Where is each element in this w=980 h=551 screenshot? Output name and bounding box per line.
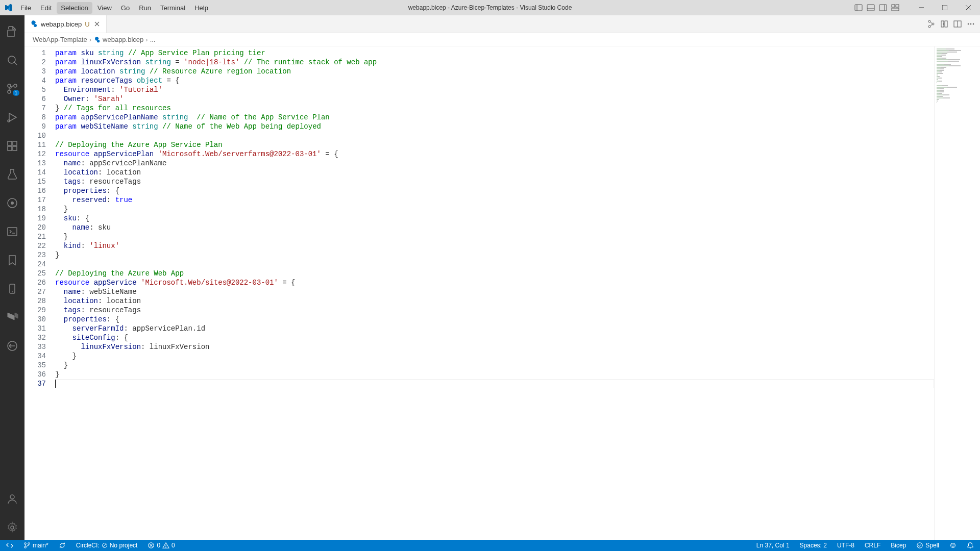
problems-status[interactable]: 0 0 — [145, 540, 177, 551]
code-line[interactable]: Environment: 'Tutorial' — [55, 85, 934, 94]
terminal-activity[interactable] — [0, 219, 24, 244]
window-maximize-button[interactable] — [933, 0, 957, 15]
cursor-position-status[interactable]: Ln 37, Col 1 — [754, 540, 792, 551]
tab-bar: webapp.bicep U — [24, 15, 980, 33]
code-line[interactable]: linuxFxVersion: linuxFxVersion — [55, 342, 934, 352]
code-line[interactable]: } — [55, 205, 934, 214]
code-editor[interactable]: 1234567891011121314151617181920212223242… — [24, 46, 980, 540]
code-line[interactable]: location: location — [55, 296, 934, 306]
code-line[interactable]: kind: 'linux' — [55, 241, 934, 251]
menu-terminal[interactable]: Terminal — [156, 2, 189, 14]
tab-webapp-bicep[interactable]: webapp.bicep U — [24, 15, 107, 33]
code-line[interactable]: } — [55, 361, 934, 370]
code-line[interactable]: param webSiteName string // Name of the … — [55, 122, 934, 131]
code-line[interactable]: properties: { — [55, 186, 934, 195]
menu-help[interactable]: Help — [190, 2, 212, 14]
code-line[interactable]: param sku string // App Service Plan pri… — [55, 48, 934, 58]
menu-run[interactable]: Run — [135, 2, 155, 14]
minimap[interactable] — [934, 46, 980, 540]
tab-close-button[interactable] — [93, 20, 101, 28]
svg-point-53 — [24, 543, 27, 545]
window-close-button[interactable] — [957, 0, 980, 15]
code-line[interactable]: } — [55, 370, 934, 379]
terraform-activity[interactable] — [0, 305, 24, 330]
code-line[interactable]: param appServicePlanName string // Name … — [55, 113, 934, 122]
extensions-activity[interactable] — [0, 134, 24, 158]
menu-view[interactable]: View — [93, 2, 116, 14]
breadcrumb-trail[interactable]: ... — [150, 36, 156, 43]
bookmarks-activity[interactable] — [0, 248, 24, 272]
customize-layout-icon[interactable] — [891, 4, 899, 12]
circleci-activity[interactable] — [0, 191, 24, 215]
notifications-status[interactable] — [965, 540, 976, 551]
toggle-primary-sidebar-icon[interactable] — [854, 4, 863, 12]
remote-indicator[interactable] — [4, 540, 15, 551]
code-line[interactable]: location: location — [55, 168, 934, 177]
svg-rect-10 — [942, 5, 947, 10]
code-line[interactable]: } — [55, 352, 934, 361]
code-line[interactable]: tags: resourceTags — [55, 177, 934, 186]
code-line[interactable]: resource appService 'Microsoft.Web/sites… — [55, 278, 934, 287]
menu-file[interactable]: File — [16, 2, 35, 14]
code-line[interactable]: // Deploying the Azure Web App — [55, 269, 934, 278]
svg-rect-6 — [892, 5, 895, 7]
circleci-status[interactable]: CircleCI: No project — [74, 540, 140, 551]
window-minimize-button[interactable] — [910, 0, 933, 15]
run-references-icon[interactable] — [927, 20, 935, 28]
code-line[interactable]: name: appServicePlanName — [55, 159, 934, 168]
git-branch-status[interactable]: main* — [21, 540, 51, 551]
breadcrumb-root[interactable]: WebApp-Template — [33, 36, 87, 43]
line-number: 37 — [24, 379, 46, 388]
breadcrumb-file[interactable]: webapp.bicep — [93, 36, 143, 43]
code-line[interactable]: param resourceTags object = { — [55, 76, 934, 85]
code-line[interactable]: siteConfig: { — [55, 333, 934, 342]
bicep-file-icon — [30, 20, 38, 28]
code-line[interactable]: param location string // Resource Azure … — [55, 67, 934, 76]
code-line[interactable]: reserved: true — [55, 195, 934, 205]
search-activity[interactable] — [0, 48, 24, 72]
code-line[interactable]: Owner: 'Sarah' — [55, 94, 934, 104]
code-line[interactable]: sku: { — [55, 214, 934, 223]
compare-changes-icon[interactable] — [940, 20, 948, 28]
code-line[interactable]: // Deploying the Azure App Service Plan — [55, 140, 934, 149]
more-actions-icon[interactable] — [967, 20, 975, 28]
eol-status[interactable]: CRLF — [863, 540, 883, 551]
code-content[interactable]: param sku string // App Service Plan pri… — [55, 46, 934, 540]
code-line[interactable] — [55, 260, 934, 269]
code-line[interactable]: tags: resourceTags — [55, 306, 934, 315]
device-activity[interactable] — [0, 277, 24, 301]
code-line[interactable]: name: webSiteName — [55, 287, 934, 296]
sync-status[interactable] — [57, 540, 68, 551]
svg-point-18 — [8, 84, 11, 87]
settings-activity[interactable] — [0, 515, 24, 540]
menu-selection[interactable]: Selection — [57, 2, 92, 14]
split-editor-icon[interactable] — [953, 20, 962, 28]
code-line[interactable]: name: sku — [55, 223, 934, 232]
toggle-panel-icon[interactable] — [867, 4, 875, 12]
feedback-status[interactable] — [947, 540, 959, 551]
menu-go[interactable]: Go — [117, 2, 134, 14]
line-number: 6 — [24, 94, 46, 104]
language-mode-status[interactable]: Bicep — [889, 540, 908, 551]
code-line[interactable]: properties: { — [55, 315, 934, 324]
code-line[interactable] — [55, 379, 934, 388]
accounts-activity[interactable] — [0, 487, 24, 511]
code-line[interactable]: } // Tags for all resources — [55, 104, 934, 113]
source-control-activity[interactable]: 1 — [0, 77, 24, 101]
docker-activity[interactable] — [0, 334, 24, 358]
indentation-status[interactable]: Spaces: 2 — [798, 540, 829, 551]
toggle-secondary-sidebar-icon[interactable] — [879, 4, 887, 12]
code-line[interactable]: } — [55, 251, 934, 260]
testing-activity[interactable] — [0, 162, 24, 187]
spell-status[interactable]: Spell — [914, 540, 941, 551]
activity-bar: 1 — [0, 15, 24, 540]
menu-edit[interactable]: Edit — [36, 2, 56, 14]
code-line[interactable] — [55, 131, 934, 140]
code-line[interactable]: } — [55, 232, 934, 241]
run-debug-activity[interactable] — [0, 105, 24, 130]
code-line[interactable]: param linuxFxVersion string = 'node|18-l… — [55, 58, 934, 67]
encoding-status[interactable]: UTF-8 — [835, 540, 856, 551]
code-line[interactable]: serverFarmId: appServicePlan.id — [55, 324, 934, 333]
code-line[interactable]: resource appServicePlan 'Microsoft.Web/s… — [55, 149, 934, 159]
explorer-activity[interactable] — [0, 19, 24, 44]
